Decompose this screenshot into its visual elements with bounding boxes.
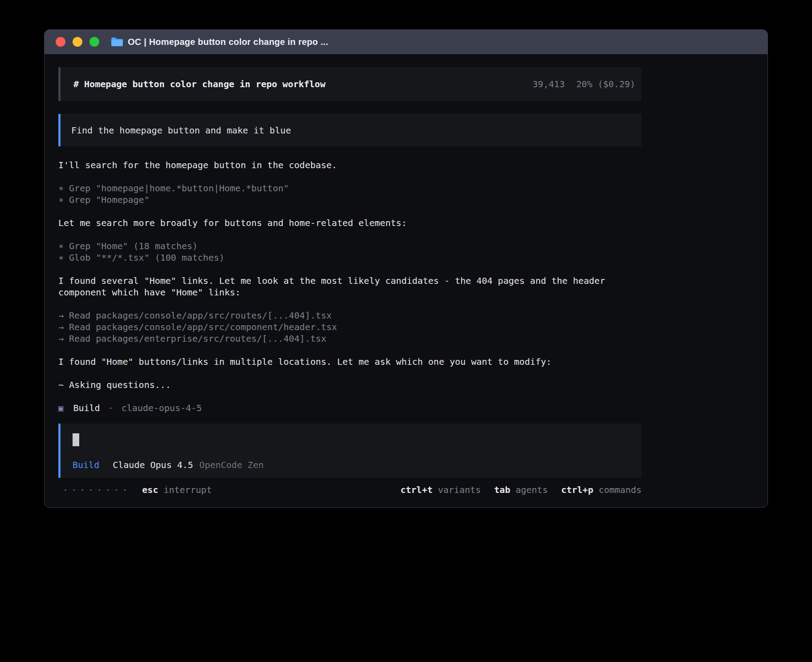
assistant-text: Let me search more broadly for buttons a… (58, 217, 610, 229)
ctrl-p-key: ctrl+p (561, 484, 593, 496)
hint-agents: tab agents (494, 484, 548, 496)
terminal-content: # Homepage button color change in repo w… (45, 54, 767, 496)
esc-key: esc (142, 484, 158, 496)
session-stats: 39,413 20% ($0.29) (532, 78, 635, 90)
tab-key: tab (494, 484, 510, 496)
tool-call-line: ∗ Grep "Home" (18 matches) (58, 240, 610, 252)
agent-status: ▣ Build · claude-opus-4-5 (58, 402, 610, 414)
hint-commands: ctrl+p commands (561, 484, 641, 496)
assistant-text: I found several "Home" links. Let me loo… (58, 275, 610, 298)
traffic-lights (56, 37, 99, 47)
conversation: I'll search for the homepage button in t… (58, 159, 610, 414)
input-provider-label: OpenCode Zen (199, 459, 264, 471)
token-count: 39,413 (532, 78, 564, 90)
agents-label: agents (516, 484, 548, 496)
text-cursor (73, 433, 79, 446)
close-button[interactable] (56, 37, 65, 47)
esc-label: interrupt (163, 484, 211, 496)
tool-call-group: → Read packages/console/app/src/routes/[… (58, 310, 610, 344)
session-title: # Homepage button color change in repo w… (73, 78, 325, 90)
folder-icon (111, 36, 123, 47)
zoom-button[interactable] (89, 37, 99, 47)
tool-call-line: → Read packages/console/app/src/componen… (58, 321, 610, 333)
tool-call-line: → Read packages/console/app/src/routes/[… (58, 310, 610, 321)
input-meta: Build Claude Opus 4.5 OpenCode Zen (73, 459, 641, 471)
minimize-button[interactable] (73, 37, 82, 47)
status-bar: ········ esc interrupt ctrl+t variants t… (58, 484, 641, 496)
tool-call-line: ∗ Glob "**/*.tsx" (100 matches) (58, 252, 610, 263)
assistant-text: I found "Home" buttons/links in multiple… (58, 356, 610, 367)
status-right: ctrl+t variants tab agents ctrl+p comman… (400, 484, 641, 496)
user-message: Find the homepage button and make it blu… (58, 114, 641, 146)
agent-separator: · (108, 402, 114, 414)
tool-call-line: ∗ Grep "Homepage" (58, 194, 610, 206)
prompt-input[interactable]: Build Claude Opus 4.5 OpenCode Zen (58, 424, 641, 478)
session-header: # Homepage button color change in repo w… (58, 67, 641, 101)
agent-name: Build (73, 402, 100, 414)
tool-call-group: ∗ Grep "homepage|home.*button|Home.*butt… (58, 182, 610, 206)
agent-icon: ▣ (58, 402, 63, 414)
input-agent-label: Build (73, 459, 99, 471)
user-message-text: Find the homepage button and make it blu… (71, 125, 291, 136)
window-title: OC | Homepage button color change in rep… (128, 37, 328, 47)
context-cost: 20% ($0.29) (577, 78, 635, 90)
terminal-window: OC | Homepage button color change in rep… (44, 29, 768, 508)
titlebar[interactable]: OC | Homepage button color change in rep… (45, 30, 767, 54)
variants-label: variants (438, 484, 481, 496)
commands-label: commands (599, 484, 641, 496)
hint-interrupt: esc interrupt (142, 484, 212, 496)
tool-call-group: ∗ Grep "Home" (18 matches) ∗ Glob "**/*.… (58, 240, 610, 263)
agent-model: claude-opus-4-5 (122, 402, 202, 414)
ctrl-t-key: ctrl+t (400, 484, 432, 496)
input-model-label: Claude Opus 4.5 (113, 459, 193, 471)
tool-call-line: ∗ Grep "homepage|home.*button|Home.*butt… (58, 182, 610, 194)
assistant-text: I'll search for the homepage button in t… (58, 159, 610, 171)
hint-variants: ctrl+t variants (400, 484, 481, 496)
status-left: ········ esc interrupt (63, 484, 212, 496)
tool-call-line: → Read packages/enterprise/src/routes/[.… (58, 333, 610, 344)
spinner-dots: ········ (63, 484, 130, 496)
assistant-status-text: ~ Asking questions... (58, 379, 610, 391)
